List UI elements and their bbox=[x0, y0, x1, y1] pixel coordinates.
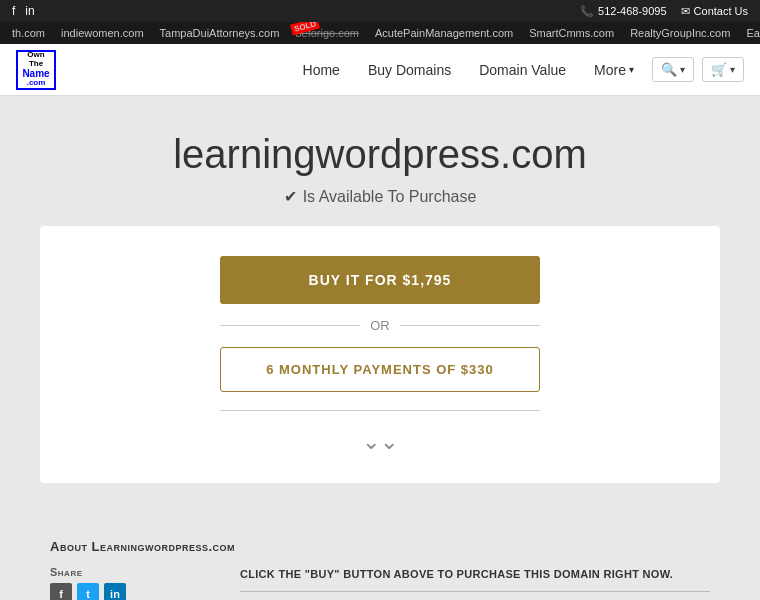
purchase-card: BUY IT FOR $1,795 OR 6 MONTHLY PAYMENTS … bbox=[40, 226, 720, 483]
cart-caret-icon: ▾ bbox=[730, 64, 735, 75]
checkmark-icon: ✔ bbox=[284, 187, 297, 206]
navbar: Own The Name .com Home Buy Domains Domai… bbox=[0, 44, 760, 96]
domain-title: learningwordpress.com bbox=[20, 132, 740, 177]
ticker-domain-5[interactable]: AcutePainManagement.com bbox=[375, 27, 513, 39]
about-right: CLICK THE "BUY" BUTTON ABOVE TO PURCHASE… bbox=[240, 566, 710, 600]
contact-link[interactable]: ✉ Contact Us bbox=[681, 5, 748, 18]
ticker-domain-1[interactable]: th.com bbox=[12, 27, 45, 39]
nav-buy-domains[interactable]: Buy Domains bbox=[354, 44, 465, 96]
linkedin-link[interactable]: in bbox=[25, 4, 34, 18]
about-right-divider bbox=[240, 591, 710, 592]
top-bar-right: 📞 512-468-9095 ✉ Contact Us bbox=[580, 5, 748, 18]
available-text: Is Available To Purchase bbox=[303, 188, 477, 206]
phone-number[interactable]: 📞 512-468-9095 bbox=[580, 5, 667, 18]
monthly-payment-button[interactable]: 6 MONTHLY PAYMENTS OF $330 bbox=[220, 347, 540, 392]
ticker-domain-8[interactable]: EasyCmm bbox=[746, 27, 760, 39]
logo[interactable]: Own The Name .com bbox=[16, 50, 56, 90]
ticker-domain-6[interactable]: SmartCmms.com bbox=[529, 27, 614, 39]
nav-more[interactable]: More ▾ bbox=[580, 44, 648, 96]
facebook-link[interactable]: f bbox=[12, 4, 15, 18]
nav-icons: 🔍 ▾ 🛒 ▾ bbox=[648, 57, 744, 82]
search-button[interactable]: 🔍 ▾ bbox=[652, 57, 694, 82]
buy-button[interactable]: BUY IT FOR $1,795 bbox=[220, 256, 540, 304]
about-left: Share f t in Categories bbox=[50, 566, 210, 600]
ticker-domain-2[interactable]: indiewomen.com bbox=[61, 27, 144, 39]
ticker-domain-7[interactable]: RealtyGroupInc.com bbox=[630, 27, 730, 39]
about-section: About Learningwordpress.com Share f t in… bbox=[0, 523, 760, 600]
buy-cta-text: CLICK THE "BUY" BUTTON ABOVE TO PURCHASE… bbox=[240, 566, 710, 583]
share-icons: f t in bbox=[50, 583, 210, 600]
share-linkedin-icon[interactable]: in bbox=[104, 583, 126, 600]
ticker-domain-4-sold: SOLD beforigo.com bbox=[295, 27, 359, 39]
about-title: About Learningwordpress.com bbox=[50, 539, 710, 554]
logo-line2: The bbox=[29, 60, 43, 69]
about-grid: Share f t in Categories CLICK THE "BUY" … bbox=[50, 566, 710, 600]
more-caret-icon: ▾ bbox=[629, 64, 634, 75]
search-icon: 🔍 bbox=[661, 62, 677, 77]
hero-section: learningwordpress.com ✔ Is Available To … bbox=[0, 96, 760, 523]
ticker-domain-3[interactable]: TampaDuiAttorneys.com bbox=[160, 27, 280, 39]
nav-home[interactable]: Home bbox=[289, 44, 354, 96]
share-facebook-icon[interactable]: f bbox=[50, 583, 72, 600]
nav-domain-value[interactable]: Domain Value bbox=[465, 44, 580, 96]
domain-ticker: th.com indiewomen.com TampaDuiAttorneys.… bbox=[0, 22, 760, 44]
scroll-down-icon[interactable]: ⌄⌄ bbox=[362, 431, 398, 453]
share-twitter-icon[interactable]: t bbox=[77, 583, 99, 600]
envelope-icon: ✉ bbox=[681, 5, 690, 18]
nav-more-label: More ▾ bbox=[594, 62, 634, 78]
top-bar: f in 📞 512-468-9095 ✉ Contact Us bbox=[0, 0, 760, 22]
or-divider: OR bbox=[220, 318, 540, 333]
share-label: Share bbox=[50, 566, 210, 578]
phone-icon: 📞 bbox=[580, 5, 594, 18]
or-text: OR bbox=[370, 318, 390, 333]
cart-icon: 🛒 bbox=[711, 62, 727, 77]
logo-line4: .com bbox=[27, 79, 46, 88]
social-links: f in bbox=[12, 4, 35, 18]
cart-button[interactable]: 🛒 ▾ bbox=[702, 57, 744, 82]
search-caret-icon: ▾ bbox=[680, 64, 685, 75]
bottom-divider bbox=[220, 410, 540, 411]
availability-status: ✔ Is Available To Purchase bbox=[20, 187, 740, 206]
nav-links: Home Buy Domains Domain Value More ▾ 🔍 ▾… bbox=[289, 44, 744, 96]
